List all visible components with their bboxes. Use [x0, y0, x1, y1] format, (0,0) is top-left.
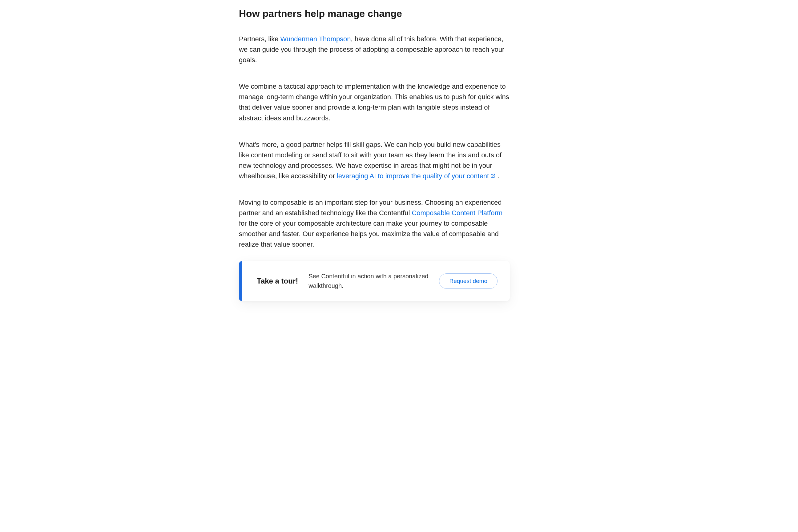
cta-title: Take a tour!: [257, 277, 298, 285]
external-link-icon: [490, 173, 496, 178]
link-composable-content-platform[interactable]: Composable Content Platform: [412, 209, 502, 217]
paragraph-1: Partners, like Wunderman Thompson, have …: [239, 34, 510, 65]
link-wunderman-thompson[interactable]: Wunderman Thompson: [281, 35, 351, 43]
paragraph-3: What's more, a good partner helps fill s…: [239, 139, 510, 181]
cta-description: See Contentful in action with a personal…: [308, 271, 429, 291]
cta-card: Take a tour! See Contentful in action wi…: [239, 261, 510, 301]
link-ai-content-quality[interactable]: leveraging AI to improve the quality of …: [337, 172, 496, 180]
request-demo-button[interactable]: Request demo: [439, 273, 497, 289]
link-text: leveraging AI to improve the quality of …: [337, 172, 489, 180]
text-segment: .: [496, 172, 499, 180]
text-segment: for the core of your composable architec…: [239, 220, 499, 248]
article-body: How partners help manage change Partners…: [239, 0, 510, 250]
section-heading: How partners help manage change: [239, 7, 510, 20]
paragraph-4: Moving to composable is an important ste…: [239, 197, 510, 250]
paragraph-2: We combine a tactical approach to implem…: [239, 81, 510, 123]
text-segment: Partners, like: [239, 35, 281, 43]
page-container: How partners help manage change Partners…: [177, 0, 621, 314]
